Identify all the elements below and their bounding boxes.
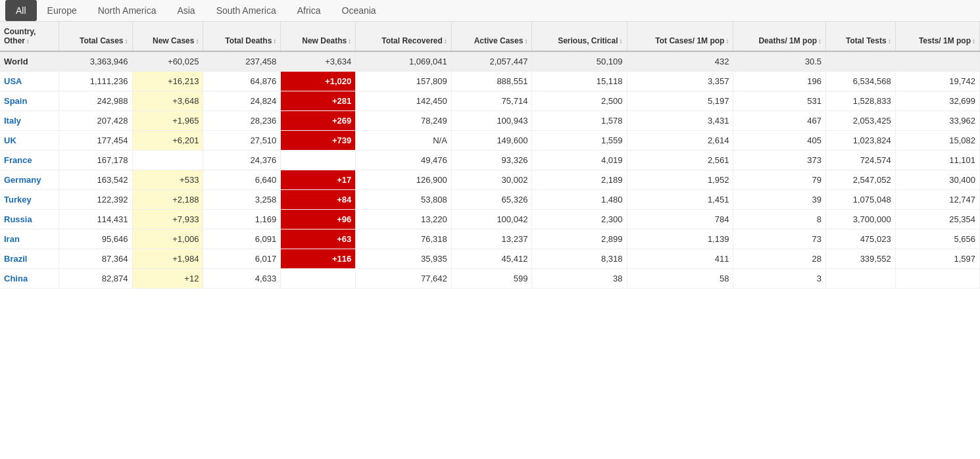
tab-south-america[interactable]: South America (206, 0, 287, 21)
table-row: USA1,111,236+16,21364,876+1,020157,80988… (0, 72, 980, 91)
cell-2-2: +3,648 (132, 91, 203, 111)
cell-9-3: 6,091 (203, 230, 281, 249)
country-link-china[interactable]: China (4, 274, 28, 283)
cell-2-1: 242,988 (59, 91, 132, 111)
tab-oceania[interactable]: Oceania (331, 0, 387, 21)
cell-0-5: 1,069,041 (356, 51, 452, 72)
tab-africa[interactable]: Africa (287, 0, 331, 21)
cell-1-9: 196 (733, 72, 826, 91)
cell-7-5: 53,808 (356, 190, 452, 210)
cell-3-9: 467 (733, 111, 826, 131)
cell-1-8: 3,357 (627, 72, 733, 91)
cell-5-9: 373 (733, 151, 826, 170)
cell-4-8: 2,614 (627, 131, 733, 151)
cell-1-3: 64,876 (203, 72, 281, 91)
cell-11-6: 599 (451, 269, 532, 289)
col-header-10[interactable]: Total Tests ↕ (826, 22, 896, 51)
cell-9-1: 95,646 (59, 230, 132, 249)
cell-9-2: +1,006 (132, 230, 203, 249)
cell-8-1: 114,431 (59, 210, 132, 230)
cell-11-8: 58 (627, 269, 733, 289)
cell-4-4: +739 (281, 131, 356, 151)
col-header-1[interactable]: Total Cases ↕ (59, 22, 132, 51)
tab-all[interactable]: All (5, 0, 37, 21)
cell-4-7: 1,559 (532, 131, 627, 151)
tab-north-america[interactable]: North America (87, 0, 167, 21)
col-header-6[interactable]: Active Cases ↕ (451, 22, 532, 51)
cell-7-0: Turkey (0, 190, 59, 210)
cell-7-7: 1,480 (532, 190, 627, 210)
country-link-uk[interactable]: UK (4, 135, 16, 145)
cell-4-2: +6,201 (132, 131, 203, 151)
cell-10-2: +1,984 (132, 249, 203, 269)
col-header-9[interactable]: Deaths/ 1M pop ↕ (733, 22, 826, 51)
country-link-usa[interactable]: USA (4, 76, 22, 86)
covid-table: Country,Other ↕Total Cases ↕New Cases ↕T… (0, 22, 980, 289)
country-link-brazil[interactable]: Brazil (4, 254, 27, 264)
col-header-0[interactable]: Country,Other ↕ (0, 22, 59, 51)
col-header-11[interactable]: Tests/ 1M pop ↕ (895, 22, 979, 51)
tab-asia[interactable]: Asia (166, 0, 205, 21)
cell-5-2 (132, 151, 203, 170)
cell-6-0: Germany (0, 170, 59, 190)
sort-icon-4: ↕ (348, 37, 351, 45)
cell-3-0: Italy (0, 111, 59, 131)
table-wrapper: Country,Other ↕Total Cases ↕New Cases ↕T… (0, 22, 980, 289)
cell-5-7: 4,019 (532, 151, 627, 170)
table-row: Brazil87,364+1,9846,017+11635,93545,4128… (0, 249, 980, 269)
country-link-germany[interactable]: Germany (4, 175, 41, 185)
cell-9-5: 76,318 (356, 230, 452, 249)
col-header-4[interactable]: New Deaths ↕ (281, 22, 356, 51)
col-header-5[interactable]: Total Recovered ↕ (356, 22, 452, 51)
cell-9-4: +63 (281, 230, 356, 249)
cell-2-9: 531 (733, 91, 826, 111)
cell-6-3: 6,640 (203, 170, 281, 190)
cell-6-6: 30,002 (451, 170, 532, 190)
sort-icon-8: ↕ (725, 37, 729, 45)
col-header-7[interactable]: Serious, Critical ↕ (532, 22, 627, 51)
cell-11-10 (826, 269, 896, 289)
cell-2-0: Spain (0, 91, 59, 111)
col-header-8[interactable]: Tot Cases/ 1M pop ↕ (627, 22, 733, 51)
table-row: Russia114,431+7,9331,169+9613,220100,042… (0, 210, 980, 230)
cell-9-0: Iran (0, 230, 59, 249)
cell-7-1: 122,392 (59, 190, 132, 210)
cell-9-9: 73 (733, 230, 826, 249)
cell-2-5: 142,450 (356, 91, 452, 111)
country-link-italy[interactable]: Italy (4, 116, 21, 126)
tab-bar: AllEuropeNorth AmericaAsiaSouth AmericaA… (0, 0, 980, 22)
country-link-iran[interactable]: Iran (4, 234, 20, 244)
cell-8-4: +96 (281, 210, 356, 230)
cell-7-11: 12,747 (895, 190, 979, 210)
cell-0-7: 50,109 (532, 51, 627, 72)
country-link-turkey[interactable]: Turkey (4, 195, 32, 205)
col-header-2[interactable]: New Cases ↕ (132, 22, 203, 51)
cell-2-3: 24,824 (203, 91, 281, 111)
cell-7-3: 3,258 (203, 190, 281, 210)
cell-3-3: 28,236 (203, 111, 281, 131)
cell-4-9: 405 (733, 131, 826, 151)
cell-6-1: 163,542 (59, 170, 132, 190)
cell-6-10: 2,547,052 (826, 170, 896, 190)
table-row: Germany163,542+5336,640+17126,90030,0022… (0, 170, 980, 190)
sort-icon-6: ↕ (524, 37, 527, 45)
cell-6-11: 30,400 (895, 170, 979, 190)
cell-1-11: 19,742 (895, 72, 979, 91)
cell-3-2: +1,965 (132, 111, 203, 131)
cell-7-9: 39 (733, 190, 826, 210)
country-link-russia[interactable]: Russia (4, 214, 32, 224)
cell-5-4 (281, 151, 356, 170)
country-link-spain[interactable]: Spain (4, 96, 27, 106)
col-header-3[interactable]: Total Deaths ↕ (203, 22, 281, 51)
table-row: World3,363,946+60,025237,458+3,6341,069,… (0, 51, 980, 72)
table-row: Italy207,428+1,96528,236+26978,249100,94… (0, 111, 980, 131)
cell-11-4 (281, 269, 356, 289)
cell-2-8: 5,197 (627, 91, 733, 111)
sort-icon-5: ↕ (444, 37, 447, 45)
country-link-france[interactable]: France (4, 155, 32, 165)
tab-europe[interactable]: Europe (37, 0, 87, 21)
cell-3-5: 78,249 (356, 111, 452, 131)
cell-9-7: 2,899 (532, 230, 627, 249)
cell-4-3: 27,510 (203, 131, 281, 151)
cell-4-5: N/A (356, 131, 452, 151)
